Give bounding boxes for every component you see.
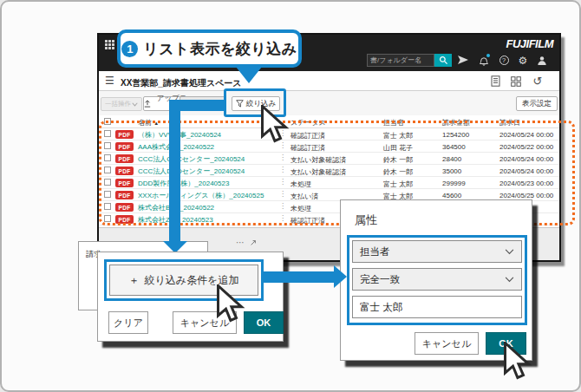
row-menu-icon[interactable]: ⋮	[279, 178, 286, 186]
cancel-button[interactable]: キャンセル	[415, 332, 479, 355]
match-type-select[interactable]: 完全一致	[352, 268, 522, 291]
settings-gear-icon[interactable]: ⚙	[516, 54, 530, 67]
help-icon[interactable]: ?	[497, 54, 511, 67]
send-icon[interactable]	[456, 54, 470, 67]
row-person: 富士 太郎	[383, 131, 413, 140]
list-toolbar: 一括操作 アップロード 絞り込み 表示設定	[99, 91, 559, 116]
attribute-popup: 属性 担当者 完全一致 キャンセル OK	[340, 199, 532, 361]
row-status: 確認訂正済	[290, 131, 325, 140]
clear-button[interactable]: クリア	[108, 311, 148, 334]
user-profile-icon[interactable]	[535, 54, 549, 67]
notifications-bell-icon[interactable]	[477, 54, 491, 67]
row-menu-icon[interactable]: ⋮	[279, 202, 286, 210]
document-link[interactable]: XXXホールディングス（株）_20240525	[138, 191, 264, 200]
sort-asc-icon[interactable]: ▲	[153, 121, 159, 126]
column-date: 請求日	[499, 118, 520, 127]
table-row: PDFCCC法人CCCセンター_20240524⋮支払い対象確認済鈴木 一郎28…	[99, 153, 559, 165]
refresh-icon[interactable]: ↺	[530, 75, 545, 88]
mouse-cursor	[501, 342, 532, 383]
mouse-cursor	[258, 105, 290, 147]
column-amount: 請求金額	[442, 118, 470, 127]
row-checkbox[interactable]	[104, 142, 111, 149]
row-checkbox[interactable]	[104, 203, 111, 210]
callout-tail	[236, 67, 262, 83]
row-person: 鈴木 一郎	[383, 155, 413, 165]
arrow-connector-right	[261, 271, 335, 283]
screenshot-canvas: ワークスペース FUJIFILM ? ⚙	[0, 0, 581, 392]
row-person: 富士 太郎	[383, 180, 413, 189]
row-amount: 28400	[442, 155, 461, 163]
row-menu-icon[interactable]: ⋮	[279, 166, 286, 173]
document-link[interactable]: CCC法人CCCセンター_20240524	[138, 154, 245, 164]
table-row: PDF（株）VVV商事_20240524⋮確認訂正済富士 太郎125420020…	[99, 128, 559, 140]
ok-button[interactable]: OK	[244, 311, 284, 334]
column-name: 名前	[138, 119, 152, 127]
pdf-icon: PDF	[115, 179, 134, 187]
pdf-icon: PDF	[115, 191, 134, 199]
display-settings-button[interactable]: 表示設定	[516, 96, 558, 111]
filter-popup: ＋ 絞り込み条件を追加 クリア キャンセル OK	[97, 252, 284, 342]
row-checkbox[interactable]	[104, 154, 111, 161]
row-checkbox[interactable]	[104, 191, 111, 198]
mouse-cursor	[214, 284, 245, 326]
row-checkbox[interactable]	[104, 215, 111, 222]
arrow-connector-horizontal	[173, 100, 226, 111]
document-view-icon[interactable]	[487, 75, 503, 88]
row-date: 2024/05/24 00:00	[499, 155, 553, 163]
menu-hamburger-icon[interactable]: ☰	[105, 75, 114, 87]
row-amount: 35000	[442, 167, 461, 175]
arrow-right-icon	[334, 265, 347, 288]
select-all-checkbox[interactable]	[104, 118, 111, 125]
chevron-down-icon	[132, 102, 138, 107]
pdf-icon: PDF	[115, 130, 134, 139]
more-options-icon[interactable]: ⋯	[236, 238, 245, 247]
table-row: PDFAAA株式会社_20240522⋮確認訂正済山田 花子3645002024…	[99, 140, 559, 153]
workspace-title: XX営業部_請求書処理スペース	[121, 77, 242, 89]
document-link[interactable]: CCC法人DDDセンター_20240524	[138, 167, 245, 176]
plus-icon: ＋	[129, 273, 140, 288]
row-menu-icon[interactable]: ⋮	[279, 214, 286, 222]
pdf-icon: PDF	[115, 215, 134, 224]
notification-dot	[486, 54, 490, 57]
pdf-icon: PDF	[115, 167, 134, 175]
bulk-action-select[interactable]: 一括操作	[101, 97, 142, 111]
keyword-input[interactable]	[360, 302, 514, 312]
chevron-down-icon	[505, 277, 514, 283]
fujifilm-logo: FUJIFILM	[506, 37, 554, 50]
keyword-field	[352, 296, 522, 318]
row-checkbox[interactable]	[104, 130, 111, 137]
arrow-connector-vertical	[169, 100, 180, 242]
row-date: 2024/05/25 00:00	[499, 192, 553, 199]
row-status: 未処理	[290, 204, 311, 213]
row-date: 2024/05/22 00:00	[499, 143, 553, 151]
step-number-badge: 1	[121, 41, 138, 57]
callout-label: リスト表示を絞り込み	[143, 39, 297, 59]
table-header: 名前 ▲ ステータス 担当者 請求金額 請求日	[99, 115, 559, 128]
chevron-down-icon	[505, 249, 514, 255]
row-status: 確認訂正済	[290, 143, 325, 153]
row-menu-icon[interactable]: ⋮	[279, 154, 286, 161]
row-date: 2024/05/24 00:00	[499, 131, 553, 139]
app-launcher-icon[interactable]	[105, 40, 114, 49]
row-amount: 364500	[442, 143, 466, 151]
row-checkbox[interactable]	[104, 167, 111, 173]
row-person: 鈴木 一郎	[383, 167, 413, 177]
row-person: 山田 花子	[383, 143, 413, 153]
search-button[interactable]	[434, 54, 452, 67]
row-menu-icon[interactable]: ⋮	[279, 190, 286, 198]
row-checkbox[interactable]	[104, 179, 111, 186]
row-date: 2024/05/23 00:00	[499, 180, 553, 187]
column-person: 担当者	[383, 118, 404, 127]
row-status: 支払い対象確認済	[290, 167, 346, 177]
pdf-icon: PDF	[115, 142, 134, 151]
workspace-header: ☰ XX営業部_請求書処理スペース ↺	[99, 71, 559, 91]
expand-icon[interactable]	[250, 239, 257, 246]
global-search-input[interactable]	[367, 54, 434, 67]
attribute-select[interactable]: 担当者	[352, 240, 522, 263]
pdf-icon: PDF	[115, 154, 134, 163]
row-status: 支払い済	[290, 192, 318, 201]
row-amount: 299999	[442, 180, 466, 187]
document-link[interactable]: DDD製作所（株）_20240523	[138, 179, 229, 188]
grid-view-icon[interactable]	[508, 75, 524, 88]
search-icon	[439, 56, 448, 65]
